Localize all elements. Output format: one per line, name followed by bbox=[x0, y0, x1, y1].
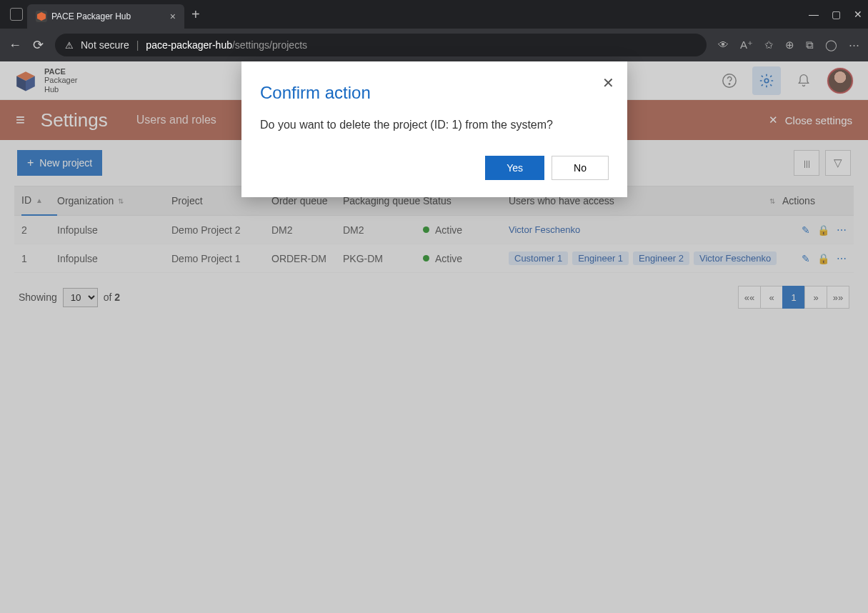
not-secure-label: Not secure bbox=[81, 39, 129, 51]
dialog-message: Do you want to delete the project (ID: 1… bbox=[260, 119, 609, 131]
nav-back-icon[interactable]: ← bbox=[9, 38, 21, 53]
url-field[interactable]: ⚠ Not secure | pace-packager-hub/setting… bbox=[55, 34, 707, 56]
tab-favicon bbox=[36, 11, 47, 22]
favorite-icon[interactable]: ✩ bbox=[764, 39, 774, 51]
tab-title: PACE Packager Hub bbox=[51, 11, 131, 21]
no-button[interactable]: No bbox=[552, 156, 609, 180]
window-maximize-icon[interactable]: ▢ bbox=[832, 9, 841, 20]
profile-icon[interactable]: ◯ bbox=[825, 39, 837, 51]
dialog-title: Confirm action bbox=[260, 83, 609, 103]
not-secure-icon: ⚠ bbox=[65, 40, 74, 51]
app-menu-icon[interactable]: ⋯ bbox=[849, 39, 859, 51]
dialog-close-icon[interactable]: ✕ bbox=[602, 74, 614, 91]
app-viewport: PACE Packager Hub ≡ Settings Users and r… bbox=[0, 61, 868, 613]
yes-button[interactable]: Yes bbox=[485, 156, 544, 180]
collections-icon[interactable]: ⧉ bbox=[806, 39, 814, 51]
browser-addressbar: ← ⟳ ⚠ Not secure | pace-packager-hub/set… bbox=[0, 29, 868, 61]
favorites-bar-icon[interactable]: ⊕ bbox=[785, 39, 794, 51]
confirm-dialog: ✕ Confirm action Do you want to delete t… bbox=[241, 61, 627, 197]
window-close-icon[interactable]: ✕ bbox=[854, 9, 862, 20]
read-aloud-icon[interactable]: 👁 bbox=[718, 39, 729, 51]
svg-marker-0 bbox=[37, 12, 46, 21]
browser-tab[interactable]: PACE Packager Hub × bbox=[27, 4, 184, 29]
new-tab-button[interactable]: + bbox=[191, 6, 200, 23]
url-host: pace-packager-hub bbox=[146, 39, 232, 51]
url-path: /settings/projects bbox=[232, 39, 307, 51]
window-minimize-icon[interactable]: — bbox=[809, 9, 819, 20]
tab-close-icon[interactable]: × bbox=[170, 11, 176, 22]
browser-titlebar: PACE Packager Hub × + — ▢ ✕ bbox=[0, 0, 868, 29]
nav-refresh-icon[interactable]: ⟳ bbox=[33, 37, 44, 53]
reader-icon[interactable]: A⁺ bbox=[740, 39, 753, 51]
tabs-overview-icon[interactable] bbox=[10, 8, 23, 21]
